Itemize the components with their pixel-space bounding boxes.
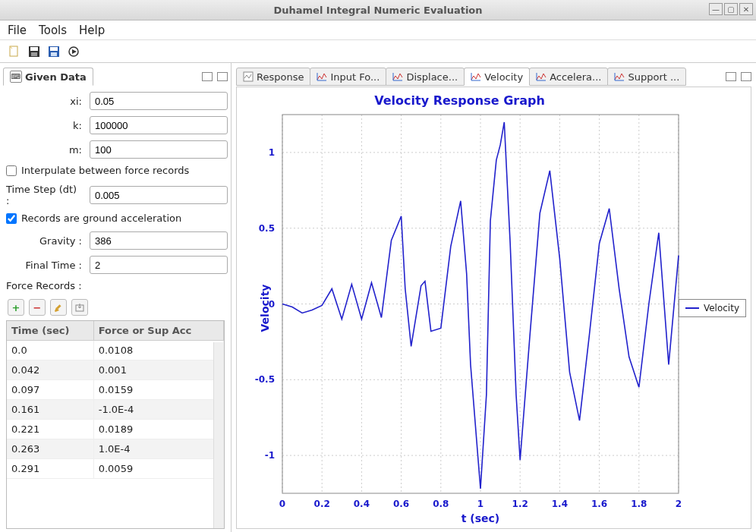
- svg-marker-8: [72, 49, 77, 54]
- panel-minimize-icon[interactable]: [726, 72, 736, 81]
- svg-text:2: 2: [676, 499, 682, 509]
- interpolate-checkbox[interactable]: [6, 165, 17, 176]
- dt-input[interactable]: [90, 186, 228, 204]
- svg-text:-1: -1: [265, 450, 275, 461]
- svg-rect-3: [31, 52, 37, 56]
- force-records-table[interactable]: Time (sec) Force or Sup Acc 0.00.01080.0…: [6, 320, 225, 529]
- tab-response[interactable]: Response: [236, 68, 310, 86]
- save-icon[interactable]: [27, 45, 41, 58]
- ground-accel-checkbox[interactable]: [6, 213, 17, 224]
- svg-text:0: 0: [269, 299, 275, 310]
- menubar: File Tools Help: [0, 20, 756, 40]
- run-icon[interactable]: [67, 45, 80, 58]
- xi-label: xi:: [3, 96, 85, 107]
- col-force-header[interactable]: Force or Sup Acc: [93, 321, 223, 341]
- svg-text:1: 1: [477, 499, 484, 509]
- maximize-button[interactable]: ▢: [724, 3, 738, 15]
- svg-text:0.4: 0.4: [354, 499, 370, 509]
- gravity-input[interactable]: [90, 231, 228, 250]
- toolbar: [0, 40, 756, 63]
- window-title: Duhamel Integral Numeric Evaluation: [0, 5, 756, 16]
- svg-rect-2: [30, 47, 38, 51]
- m-label: m:: [3, 144, 85, 156]
- final-time-input[interactable]: [90, 256, 228, 274]
- svg-text:1.4: 1.4: [552, 499, 568, 509]
- save-as-icon[interactable]: [47, 45, 61, 58]
- menu-file[interactable]: File: [8, 24, 27, 37]
- final-time-label: Final Time :: [3, 260, 85, 271]
- svg-text:1.6: 1.6: [591, 499, 607, 509]
- svg-text:-0.5: -0.5: [255, 374, 275, 385]
- table-row[interactable]: 0.2910.0059: [7, 459, 224, 479]
- svg-text:t (sec): t (sec): [461, 512, 500, 524]
- titlebar: Duhamel Integral Numeric Evaluation — ▢ …: [0, 0, 756, 20]
- svg-text:0.8: 0.8: [433, 499, 449, 509]
- given-data-panel: ⌨ Given Data xi: k: m: Interpulate betwe…: [0, 63, 232, 532]
- svg-rect-5: [50, 47, 58, 51]
- m-input[interactable]: [90, 140, 228, 159]
- table-row[interactable]: 0.2631.0E-4: [7, 439, 224, 459]
- svg-text:1.8: 1.8: [631, 499, 647, 509]
- col-time-header[interactable]: Time (sec): [7, 321, 93, 341]
- panel-icon: ⌨: [10, 71, 22, 83]
- add-record-button[interactable]: +: [8, 299, 24, 316]
- k-input[interactable]: [90, 116, 228, 134]
- panel-minimize-icon[interactable]: [202, 72, 213, 81]
- table-row[interactable]: 0.0420.001: [7, 360, 224, 380]
- close-button[interactable]: ✕: [739, 3, 753, 15]
- gravity-label: Gravity :: [3, 235, 85, 247]
- remove-record-button[interactable]: −: [29, 299, 46, 316]
- svg-text:1.2: 1.2: [512, 499, 528, 509]
- results-panel: Response Input Fo... Displace... Velocit…: [232, 63, 756, 532]
- legend-line-icon: [685, 307, 699, 309]
- svg-text:0.6: 0.6: [393, 499, 409, 509]
- minimize-button[interactable]: —: [709, 3, 723, 15]
- k-label: k:: [3, 120, 85, 131]
- svg-text:0.5: 0.5: [259, 223, 275, 234]
- velocity-plot: 00.20.40.60.811.21.41.61.82-1-0.500.51t …: [237, 87, 751, 528]
- new-file-icon[interactable]: [8, 45, 21, 58]
- panel-maximize-icon[interactable]: [217, 72, 228, 81]
- menu-help[interactable]: Help: [79, 24, 105, 37]
- force-records-label: Force Records :: [3, 280, 228, 291]
- chart-legend: Velocity: [679, 299, 746, 317]
- ground-accel-label: Records are ground acceleration: [21, 212, 181, 224]
- svg-text:0.2: 0.2: [314, 499, 330, 509]
- tab-velocity[interactable]: Velocity: [464, 68, 530, 86]
- import-records-button[interactable]: [71, 299, 88, 316]
- tab-displacement[interactable]: Displace...: [386, 68, 465, 86]
- svg-text:1: 1: [269, 147, 275, 158]
- tab-support[interactable]: Support ...: [607, 68, 686, 86]
- table-row[interactable]: 0.00.0108: [7, 341, 224, 360]
- menu-tools[interactable]: Tools: [39, 24, 67, 37]
- xi-input[interactable]: [90, 92, 228, 110]
- table-scrollbar[interactable]: [213, 342, 224, 528]
- dt-label: Time Step (dt) :: [3, 184, 85, 206]
- table-row[interactable]: 0.2210.0189: [7, 420, 224, 439]
- given-data-tab[interactable]: ⌨ Given Data: [3, 68, 93, 86]
- svg-rect-6: [51, 52, 57, 56]
- table-row[interactable]: 0.161-1.0E-4: [7, 400, 224, 420]
- chart-area: Velocity Response Graph Velocity 00.20.4…: [236, 87, 751, 529]
- tab-input-force[interactable]: Input Fo...: [310, 68, 386, 86]
- svg-text:0: 0: [279, 499, 285, 509]
- edit-record-button[interactable]: [50, 299, 67, 316]
- table-row[interactable]: 0.0970.0159: [7, 380, 224, 400]
- tab-acceleration[interactable]: Accelera...: [529, 68, 608, 86]
- interpolate-label: Interpulate between force records: [21, 165, 189, 176]
- panel-maximize-icon[interactable]: [741, 72, 751, 81]
